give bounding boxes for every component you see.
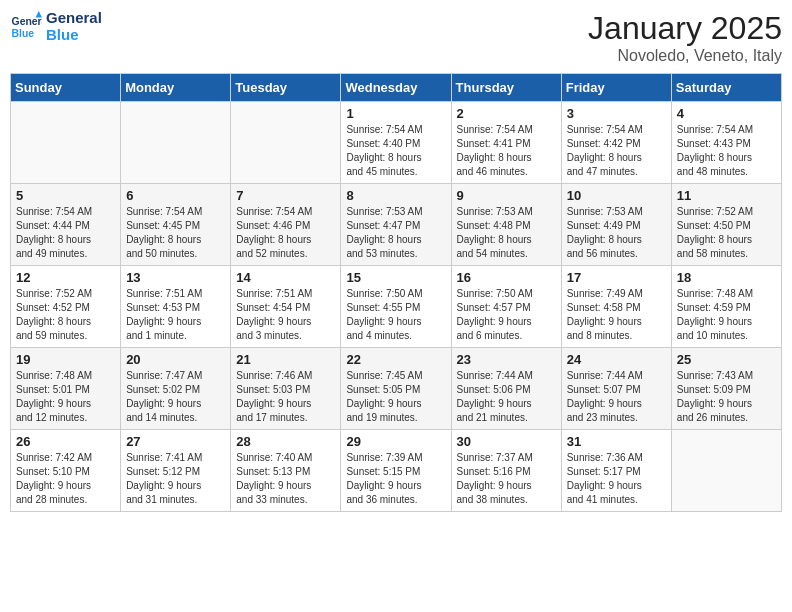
calendar-week-row: 12Sunrise: 7:52 AM Sunset: 4:52 PM Dayli… bbox=[11, 266, 782, 348]
day-number: 21 bbox=[236, 352, 335, 367]
calendar-cell: 19Sunrise: 7:48 AM Sunset: 5:01 PM Dayli… bbox=[11, 348, 121, 430]
calendar-week-row: 1Sunrise: 7:54 AM Sunset: 4:40 PM Daylig… bbox=[11, 102, 782, 184]
calendar-cell: 14Sunrise: 7:51 AM Sunset: 4:54 PM Dayli… bbox=[231, 266, 341, 348]
calendar-cell: 9Sunrise: 7:53 AM Sunset: 4:48 PM Daylig… bbox=[451, 184, 561, 266]
logo-text-blue: Blue bbox=[46, 27, 102, 44]
weekday-header: Friday bbox=[561, 74, 671, 102]
calendar-cell bbox=[11, 102, 121, 184]
day-info: Sunrise: 7:41 AM Sunset: 5:12 PM Dayligh… bbox=[126, 451, 225, 507]
day-info: Sunrise: 7:37 AM Sunset: 5:16 PM Dayligh… bbox=[457, 451, 556, 507]
day-number: 11 bbox=[677, 188, 776, 203]
calendar-cell bbox=[671, 430, 781, 512]
day-number: 25 bbox=[677, 352, 776, 367]
day-number: 15 bbox=[346, 270, 445, 285]
day-info: Sunrise: 7:49 AM Sunset: 4:58 PM Dayligh… bbox=[567, 287, 666, 343]
day-number: 16 bbox=[457, 270, 556, 285]
day-info: Sunrise: 7:48 AM Sunset: 4:59 PM Dayligh… bbox=[677, 287, 776, 343]
day-number: 28 bbox=[236, 434, 335, 449]
day-info: Sunrise: 7:54 AM Sunset: 4:41 PM Dayligh… bbox=[457, 123, 556, 179]
calendar-cell: 16Sunrise: 7:50 AM Sunset: 4:57 PM Dayli… bbox=[451, 266, 561, 348]
calendar-cell: 2Sunrise: 7:54 AM Sunset: 4:41 PM Daylig… bbox=[451, 102, 561, 184]
weekday-header: Thursday bbox=[451, 74, 561, 102]
calendar-cell: 15Sunrise: 7:50 AM Sunset: 4:55 PM Dayli… bbox=[341, 266, 451, 348]
day-info: Sunrise: 7:43 AM Sunset: 5:09 PM Dayligh… bbox=[677, 369, 776, 425]
day-info: Sunrise: 7:47 AM Sunset: 5:02 PM Dayligh… bbox=[126, 369, 225, 425]
day-info: Sunrise: 7:44 AM Sunset: 5:07 PM Dayligh… bbox=[567, 369, 666, 425]
logo: General Blue General Blue bbox=[10, 10, 102, 43]
day-number: 20 bbox=[126, 352, 225, 367]
day-info: Sunrise: 7:42 AM Sunset: 5:10 PM Dayligh… bbox=[16, 451, 115, 507]
day-number: 2 bbox=[457, 106, 556, 121]
day-number: 1 bbox=[346, 106, 445, 121]
calendar-cell: 27Sunrise: 7:41 AM Sunset: 5:12 PM Dayli… bbox=[121, 430, 231, 512]
calendar-cell: 28Sunrise: 7:40 AM Sunset: 5:13 PM Dayli… bbox=[231, 430, 341, 512]
calendar-table: SundayMondayTuesdayWednesdayThursdayFrid… bbox=[10, 73, 782, 512]
calendar-cell: 23Sunrise: 7:44 AM Sunset: 5:06 PM Dayli… bbox=[451, 348, 561, 430]
calendar-cell: 11Sunrise: 7:52 AM Sunset: 4:50 PM Dayli… bbox=[671, 184, 781, 266]
header: General Blue General Blue January 2025 N… bbox=[10, 10, 782, 65]
day-number: 18 bbox=[677, 270, 776, 285]
day-info: Sunrise: 7:50 AM Sunset: 4:57 PM Dayligh… bbox=[457, 287, 556, 343]
calendar-cell: 22Sunrise: 7:45 AM Sunset: 5:05 PM Dayli… bbox=[341, 348, 451, 430]
svg-text:General: General bbox=[12, 16, 42, 27]
calendar-cell bbox=[121, 102, 231, 184]
day-number: 29 bbox=[346, 434, 445, 449]
logo-text-general: General bbox=[46, 10, 102, 27]
day-info: Sunrise: 7:44 AM Sunset: 5:06 PM Dayligh… bbox=[457, 369, 556, 425]
day-number: 8 bbox=[346, 188, 445, 203]
calendar-cell: 4Sunrise: 7:54 AM Sunset: 4:43 PM Daylig… bbox=[671, 102, 781, 184]
weekday-header: Wednesday bbox=[341, 74, 451, 102]
calendar-week-row: 26Sunrise: 7:42 AM Sunset: 5:10 PM Dayli… bbox=[11, 430, 782, 512]
day-number: 23 bbox=[457, 352, 556, 367]
location-title: Novoledo, Veneto, Italy bbox=[588, 47, 782, 65]
day-info: Sunrise: 7:40 AM Sunset: 5:13 PM Dayligh… bbox=[236, 451, 335, 507]
calendar-cell: 25Sunrise: 7:43 AM Sunset: 5:09 PM Dayli… bbox=[671, 348, 781, 430]
calendar-cell: 18Sunrise: 7:48 AM Sunset: 4:59 PM Dayli… bbox=[671, 266, 781, 348]
day-info: Sunrise: 7:53 AM Sunset: 4:47 PM Dayligh… bbox=[346, 205, 445, 261]
calendar-cell: 24Sunrise: 7:44 AM Sunset: 5:07 PM Dayli… bbox=[561, 348, 671, 430]
day-info: Sunrise: 7:54 AM Sunset: 4:44 PM Dayligh… bbox=[16, 205, 115, 261]
calendar-cell: 12Sunrise: 7:52 AM Sunset: 4:52 PM Dayli… bbox=[11, 266, 121, 348]
day-info: Sunrise: 7:53 AM Sunset: 4:48 PM Dayligh… bbox=[457, 205, 556, 261]
day-info: Sunrise: 7:46 AM Sunset: 5:03 PM Dayligh… bbox=[236, 369, 335, 425]
weekday-header: Monday bbox=[121, 74, 231, 102]
day-number: 14 bbox=[236, 270, 335, 285]
calendar-body: 1Sunrise: 7:54 AM Sunset: 4:40 PM Daylig… bbox=[11, 102, 782, 512]
day-number: 27 bbox=[126, 434, 225, 449]
day-number: 26 bbox=[16, 434, 115, 449]
day-info: Sunrise: 7:54 AM Sunset: 4:46 PM Dayligh… bbox=[236, 205, 335, 261]
calendar-cell bbox=[231, 102, 341, 184]
weekday-header: Sunday bbox=[11, 74, 121, 102]
calendar-cell: 7Sunrise: 7:54 AM Sunset: 4:46 PM Daylig… bbox=[231, 184, 341, 266]
calendar-cell: 6Sunrise: 7:54 AM Sunset: 4:45 PM Daylig… bbox=[121, 184, 231, 266]
day-number: 3 bbox=[567, 106, 666, 121]
day-number: 9 bbox=[457, 188, 556, 203]
calendar-cell: 3Sunrise: 7:54 AM Sunset: 4:42 PM Daylig… bbox=[561, 102, 671, 184]
day-info: Sunrise: 7:51 AM Sunset: 4:54 PM Dayligh… bbox=[236, 287, 335, 343]
day-number: 19 bbox=[16, 352, 115, 367]
day-info: Sunrise: 7:52 AM Sunset: 4:52 PM Dayligh… bbox=[16, 287, 115, 343]
calendar-week-row: 5Sunrise: 7:54 AM Sunset: 4:44 PM Daylig… bbox=[11, 184, 782, 266]
day-number: 30 bbox=[457, 434, 556, 449]
day-info: Sunrise: 7:54 AM Sunset: 4:43 PM Dayligh… bbox=[677, 123, 776, 179]
day-number: 12 bbox=[16, 270, 115, 285]
day-info: Sunrise: 7:45 AM Sunset: 5:05 PM Dayligh… bbox=[346, 369, 445, 425]
calendar-cell: 8Sunrise: 7:53 AM Sunset: 4:47 PM Daylig… bbox=[341, 184, 451, 266]
day-info: Sunrise: 7:36 AM Sunset: 5:17 PM Dayligh… bbox=[567, 451, 666, 507]
day-info: Sunrise: 7:54 AM Sunset: 4:45 PM Dayligh… bbox=[126, 205, 225, 261]
day-info: Sunrise: 7:39 AM Sunset: 5:15 PM Dayligh… bbox=[346, 451, 445, 507]
day-number: 17 bbox=[567, 270, 666, 285]
month-title: January 2025 bbox=[588, 10, 782, 47]
day-number: 4 bbox=[677, 106, 776, 121]
day-number: 24 bbox=[567, 352, 666, 367]
day-number: 7 bbox=[236, 188, 335, 203]
calendar-cell: 5Sunrise: 7:54 AM Sunset: 4:44 PM Daylig… bbox=[11, 184, 121, 266]
day-number: 13 bbox=[126, 270, 225, 285]
day-number: 5 bbox=[16, 188, 115, 203]
day-number: 31 bbox=[567, 434, 666, 449]
day-info: Sunrise: 7:51 AM Sunset: 4:53 PM Dayligh… bbox=[126, 287, 225, 343]
calendar-cell: 20Sunrise: 7:47 AM Sunset: 5:02 PM Dayli… bbox=[121, 348, 231, 430]
weekday-header: Saturday bbox=[671, 74, 781, 102]
day-info: Sunrise: 7:52 AM Sunset: 4:50 PM Dayligh… bbox=[677, 205, 776, 261]
calendar-cell: 1Sunrise: 7:54 AM Sunset: 4:40 PM Daylig… bbox=[341, 102, 451, 184]
